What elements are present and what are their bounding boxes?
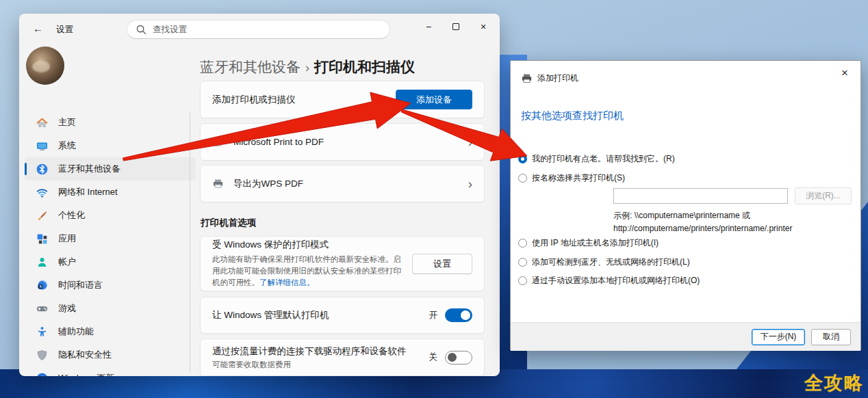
dialog-close-button[interactable]: × [836,64,854,83]
search-icon [136,24,147,36]
metered-connection-toggle[interactable] [445,351,472,364]
back-arrow-icon[interactable]: ← [33,23,43,34]
settings-window: ← 设置 查找设置 − × 主页 系统 蓝牙和其他设备 [19,14,500,376]
radio-label: 我的打印机有点老。请帮我找到它。(R) [532,153,675,165]
sidebar-item-label: 系统 [58,140,76,152]
share-path-example-line1: 示例: \\computername\printername 或 [613,209,792,222]
cancel-button[interactable]: 取消 [811,329,851,345]
toggle-state-label: 关 [429,351,438,363]
manage-default-printer-row: 让 Windows 管理默认打印机 开 [200,297,485,334]
sidebar-item-accessibility[interactable]: 辅助功能 [25,320,196,343]
bluetooth-icon [36,163,48,175]
radio-label: 按名称选择共享打印机(S) [532,172,625,184]
watermark-text: 全攻略 [804,371,864,395]
radio-icon [518,174,527,183]
radio-icon [518,276,527,285]
sidebar-item-label: 隐私和安全性 [58,349,112,361]
printer-name: 导出为WPS PDF [233,178,459,190]
shared-printer-name-input[interactable] [613,188,788,204]
radio-option-shared-printer[interactable]: 按名称选择共享打印机(S) [518,172,625,184]
metered-connection-label: 通过按流量计费的连接下载驱动程序和设备软件 [212,345,420,358]
window-title: 设置 [56,24,73,36]
settings-sidebar: 主页 系统 蓝牙和其他设备 网络和 Internet 个性化 应用 [25,111,196,376]
printer-row-ms-pdf[interactable]: Microsoft Print to PDF › [200,123,485,161]
printer-icon [212,136,224,148]
search-placeholder: 查找设置 [153,24,187,36]
browse-button[interactable]: 浏览(R)... [795,187,852,204]
accounts-icon [36,256,48,268]
sidebar-item-network[interactable]: 网络和 Internet [25,181,196,204]
sidebar-item-label: 应用 [58,233,76,245]
update-icon [36,373,48,377]
metered-connection-row: 通过按流量计费的连接下载驱动程序和设备软件 可能需要收取数据费用 关 [200,339,485,376]
sidebar-item-label: Windows 更新 [58,372,114,376]
sidebar-item-label: 主页 [58,116,76,129]
personalization-icon [36,210,48,222]
radio-label: 通过手动设置添加本地打印机或网络打印机(O) [532,275,700,287]
toggle-state-label: 开 [429,310,438,321]
privacy-icon [36,349,48,361]
add-device-button[interactable]: 添加设备 [396,90,472,109]
time-language-icon [36,280,48,291]
apps-icon [36,233,48,245]
protected-print-title: 受 Windows 保护的打印模式 [212,239,403,251]
settings-content: 蓝牙和其他设备›打印机和扫描仪 添加打印机或扫描仪 添加设备 Microsoft… [200,14,500,376]
chevron-right-icon: › [468,135,472,148]
radio-icon [518,239,527,248]
radio-option-manual-setup[interactable]: 通过手动设置添加本地打印机或网络打印机(O) [518,275,700,287]
share-path-example: 示例: \\computername\printername 或 http://… [613,209,792,235]
manage-default-printer-toggle[interactable] [445,308,472,322]
page-title: 打印机和扫描仪 [314,59,415,75]
sidebar-item-label: 网络和 Internet [58,186,118,198]
sidebar-item-label: 游戏 [58,302,76,315]
section-title-printer-preferences: 打印机首选项 [201,217,256,229]
manage-default-printer-label: 让 Windows 管理默认打印机 [212,309,420,321]
protected-print-settings-button[interactable]: 设置 [412,254,472,274]
sidebar-item-label: 个性化 [58,209,85,222]
dialog-heading: 按其他选项查找打印机 [521,109,624,122]
sidebar-item-apps[interactable]: 应用 [25,227,196,250]
radio-option-ip-hostname[interactable]: 使用 IP 地址或主机名添加打印机(I) [518,237,659,249]
gaming-icon [36,303,48,315]
next-button[interactable]: 下一步(N) [752,329,805,345]
learn-more-link[interactable]: 了解详细信息。 [259,278,315,287]
radio-option-old-printer[interactable]: 我的打印机有点老。请帮我找到它。(R) [518,153,675,165]
sidebar-item-system[interactable]: 系统 [25,134,196,157]
dialog-footer: 下一步(N) 取消 [511,322,860,351]
sidebar-item-accounts[interactable]: 帐户 [25,250,196,274]
sidebar-item-label: 蓝牙和其他设备 [58,163,120,175]
sidebar-item-bluetooth-devices[interactable]: 蓝牙和其他设备 [25,157,196,181]
sidebar-item-gaming[interactable]: 游戏 [25,297,196,320]
breadcrumb-parent[interactable]: 蓝牙和其他设备 [200,59,301,75]
add-printer-dialog: × 添加打印机 按其他选项查找打印机 我的打印机有点老。请帮我找到它。(R) 按… [510,60,861,350]
sidebar-item-windows-update[interactable]: Windows 更新 [25,367,196,376]
user-avatar[interactable] [26,47,64,85]
breadcrumb: 蓝牙和其他设备›打印机和扫描仪 [200,57,415,77]
sidebar-item-label: 帐户 [58,256,76,268]
radio-option-bluetooth-wireless[interactable]: 添加可检测到蓝牙、无线或网络的打印机(L) [518,256,690,268]
printer-row-wps-pdf[interactable]: 导出为WPS PDF › [200,165,485,202]
radio-icon [518,258,527,267]
sidebar-item-time-language[interactable]: 时间和语言 [25,274,196,297]
system-icon [36,140,48,152]
protected-print-mode-row: 受 Windows 保护的打印模式 此功能有助于确保采用打印机软件的最新安全标准… [200,236,485,291]
dialog-title: 添加打印机 [537,72,578,84]
radio-label: 添加可检测到蓝牙、无线或网络的打印机(L) [532,256,690,268]
metered-connection-sublabel: 可能需要收取数据费用 [212,360,420,370]
network-icon [36,187,48,198]
sidebar-item-personalization[interactable]: 个性化 [25,204,196,227]
add-printer-label: 添加打印机或扫描仪 [212,94,386,106]
sidebar-item-privacy-security[interactable]: 隐私和安全性 [25,343,196,367]
radio-selected-icon [518,155,527,163]
accessibility-icon [36,326,48,338]
breadcrumb-separator-icon: › [301,61,314,75]
sidebar-item-label: 时间和语言 [58,279,103,291]
sidebar-divider [190,112,190,372]
printer-icon [521,72,533,84]
sidebar-item-label: 辅助功能 [58,326,94,338]
share-path-example-line2: http://computername/printers/printername… [613,222,792,235]
sidebar-item-home[interactable]: 主页 [25,111,196,134]
desktop: ← 设置 查找设置 − × 主页 系统 蓝牙和其他设备 [0,0,868,398]
printer-icon [212,178,224,189]
printer-name: Microsoft Print to PDF [233,137,459,147]
